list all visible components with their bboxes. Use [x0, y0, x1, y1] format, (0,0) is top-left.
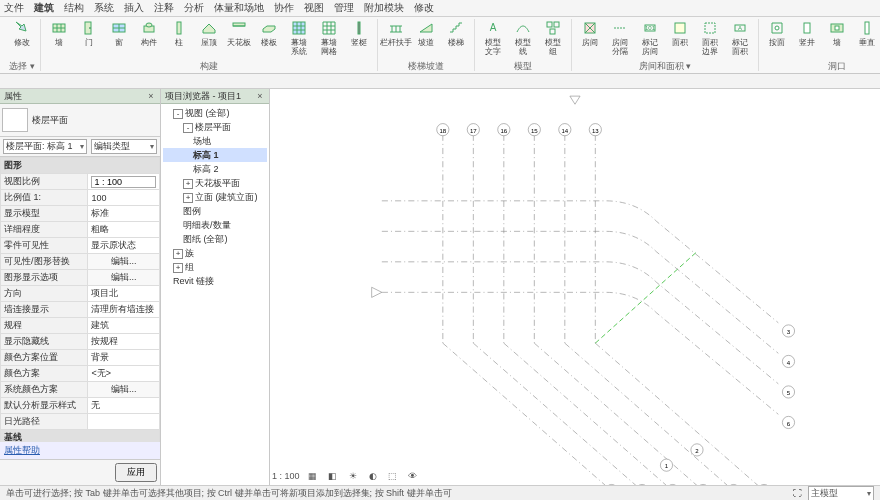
- tree-node[interactable]: -楼层平面: [163, 120, 267, 134]
- tree-node[interactable]: 明细表/数量: [163, 218, 267, 232]
- ribbon-floor-button[interactable]: 楼板: [255, 19, 283, 47]
- ribbon-area-button[interactable]: 面积: [666, 19, 694, 47]
- ribbon-roof-button[interactable]: 屋顶: [195, 19, 223, 47]
- ribbon-cwsys-button[interactable]: 幕墙系统: [285, 19, 313, 56]
- detail-level-icon[interactable]: ▦: [306, 469, 320, 483]
- ribbon-stair-button[interactable]: 楼梯: [442, 19, 470, 47]
- svg-text:13: 13: [592, 127, 599, 134]
- menu-建筑[interactable]: 建筑: [34, 1, 54, 15]
- menu-附加模块[interactable]: 附加模块: [364, 1, 404, 15]
- ribbon-mline-button[interactable]: 模型线: [509, 19, 537, 56]
- prop-value[interactable]: 项目北: [88, 286, 160, 302]
- edit-type-button[interactable]: 编辑类型: [91, 139, 157, 154]
- drawing-canvas[interactable]: 181716151413345678910111212 1 : 100 ▦ ◧ …: [270, 89, 880, 485]
- prop-value[interactable]: 按规程: [88, 334, 160, 350]
- tree-node[interactable]: -视图 (全部): [163, 106, 267, 120]
- prop-value[interactable]: 清理所有墙连接: [88, 302, 160, 318]
- ribbon-mtext-button[interactable]: A模型文字: [479, 19, 507, 56]
- tree-node[interactable]: +族: [163, 246, 267, 260]
- tree-toggle-icon[interactable]: +: [183, 179, 193, 189]
- ribbon-byface-button[interactable]: 按面: [763, 19, 791, 47]
- prop-edit-button[interactable]: 编辑...: [88, 270, 160, 286]
- prop-group[interactable]: 基线: [1, 430, 160, 443]
- menu-体量和场地[interactable]: 体量和场地: [214, 1, 264, 15]
- workset-icon[interactable]: ⛶: [793, 488, 802, 498]
- tree-toggle-icon[interactable]: +: [173, 249, 183, 259]
- tree-node[interactable]: 场地: [163, 134, 267, 148]
- properties-help-link[interactable]: 属性帮助: [0, 442, 160, 459]
- menu-文件[interactable]: 文件: [4, 1, 24, 15]
- ribbon-mullion-button[interactable]: 竖梃: [345, 19, 373, 47]
- prop-group[interactable]: 图形: [1, 158, 160, 174]
- ribbon-comp-button[interactable]: 构件: [135, 19, 163, 47]
- ribbon-owall-button[interactable]: 墙: [823, 19, 851, 47]
- ribbon-roomsep-button[interactable]: 房间分隔: [606, 19, 634, 56]
- prop-value[interactable]: 粗略: [88, 222, 160, 238]
- prop-value[interactable]: 建筑: [88, 318, 160, 334]
- visual-style-icon[interactable]: ◧: [326, 469, 340, 483]
- ribbon-ramp-button[interactable]: 坡道: [412, 19, 440, 47]
- prop-value[interactable]: 标准: [88, 206, 160, 222]
- type-selector[interactable]: 楼层平面: [0, 104, 160, 137]
- ribbon-areatag-button[interactable]: A标记面积: [726, 19, 754, 56]
- menu-视图[interactable]: 视图: [304, 1, 324, 15]
- menu-分析[interactable]: 分析: [184, 1, 204, 15]
- prop-value[interactable]: 背景: [88, 350, 160, 366]
- svg-line-70: [473, 343, 636, 485]
- workset-dropdown[interactable]: 主模型: [808, 486, 874, 501]
- tree-toggle-icon[interactable]: +: [183, 193, 193, 203]
- tree-node[interactable]: +立面 (建筑立面): [163, 190, 267, 204]
- ribbon-cwgrid-button[interactable]: 幕墙网格: [315, 19, 343, 56]
- ribbon-door-button[interactable]: 门: [75, 19, 103, 47]
- ribbon-room-button[interactable]: 房间: [576, 19, 604, 47]
- view-scale-label[interactable]: 1 : 100: [272, 471, 300, 481]
- tree-node[interactable]: Revit 链接: [163, 274, 267, 288]
- menu-结构[interactable]: 结构: [64, 1, 84, 15]
- sun-path-icon[interactable]: ☀: [346, 469, 360, 483]
- tree-node[interactable]: 图纸 (全部): [163, 232, 267, 246]
- ribbon-vert-button[interactable]: 垂直: [853, 19, 880, 47]
- ribbon-rail-button[interactable]: 栏杆扶手: [382, 19, 410, 47]
- shadows-icon[interactable]: ◐: [366, 469, 380, 483]
- instance-filter-dropdown[interactable]: 楼层平面: 标高 1: [3, 139, 87, 154]
- crop-icon[interactable]: ⬚: [386, 469, 400, 483]
- close-icon[interactable]: ×: [146, 91, 156, 101]
- tree-toggle-icon[interactable]: -: [173, 109, 183, 119]
- ribbon-column-button[interactable]: 柱: [165, 19, 193, 47]
- ribbon-window-button[interactable]: 窗: [105, 19, 133, 47]
- prop-value[interactable]: 无: [88, 398, 160, 414]
- menu-协作[interactable]: 协作: [274, 1, 294, 15]
- ribbon-mgroup-button[interactable]: 模型组: [539, 19, 567, 56]
- tree-node[interactable]: 标高 1: [163, 148, 267, 162]
- menu-管理[interactable]: 管理: [334, 1, 354, 15]
- menu-系统[interactable]: 系统: [94, 1, 114, 15]
- tree-node[interactable]: +天花板平面: [163, 176, 267, 190]
- tree-node[interactable]: 标高 2: [163, 162, 267, 176]
- svg-text:A: A: [738, 25, 742, 31]
- prop-input[interactable]: [91, 176, 156, 188]
- prop-value[interactable]: [88, 414, 160, 430]
- prop-value[interactable]: 100: [88, 190, 160, 206]
- menu-注释[interactable]: 注释: [154, 1, 174, 15]
- ribbon-roomtag-button[interactable]: 101标记房间: [636, 19, 664, 56]
- ribbon-ceiling-button[interactable]: 天花板: [225, 19, 253, 47]
- ribbon-wall-button[interactable]: 墙: [45, 19, 73, 47]
- prop-edit-button[interactable]: 编辑...: [88, 382, 160, 398]
- ribbon-shaft-button[interactable]: 竖井: [793, 19, 821, 47]
- ribbon-arrow-button[interactable]: 修改: [8, 19, 36, 47]
- ribbon-areabd-button[interactable]: 面积边界: [696, 19, 724, 56]
- tree-node[interactable]: 图例: [163, 204, 267, 218]
- tree-toggle-icon[interactable]: +: [173, 263, 183, 273]
- apply-button[interactable]: 应用: [115, 463, 157, 482]
- menu-插入[interactable]: 插入: [124, 1, 144, 15]
- project-tree[interactable]: -视图 (全部)-楼层平面场地标高 1标高 2+天花板平面+立面 (建筑立面)图…: [161, 104, 269, 290]
- prop-value[interactable]: <无>: [88, 366, 160, 382]
- prop-value[interactable]: 显示原状态: [88, 238, 160, 254]
- close-icon[interactable]: ×: [255, 91, 265, 101]
- menu-修改[interactable]: 修改: [414, 1, 434, 15]
- prop-edit-button[interactable]: 编辑...: [88, 254, 160, 270]
- hide-icon[interactable]: 👁: [406, 469, 420, 483]
- tree-node[interactable]: +组: [163, 260, 267, 274]
- tree-toggle-icon[interactable]: -: [183, 123, 193, 133]
- svg-rect-13: [550, 29, 555, 34]
